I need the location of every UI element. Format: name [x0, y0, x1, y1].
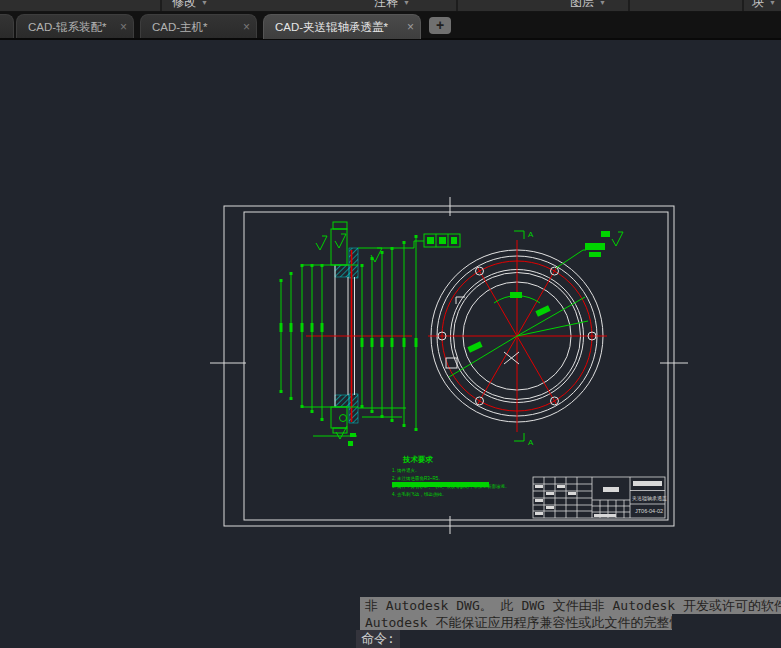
- svg-text:1. 铸件退火。: 1. 铸件退火。: [392, 467, 420, 473]
- ribbon-separator: [628, 0, 630, 11]
- center-spoke: [478, 268, 518, 336]
- dimension-arrow: [321, 264, 324, 267]
- dimension-arrow: [311, 264, 314, 267]
- ribbon-separator: [456, 0, 458, 11]
- chevron-down-icon: ▼: [403, 0, 410, 6]
- command-history-line: Autodesk 不能保证应用程序兼容性或此文件的完整性。: [360, 614, 672, 630]
- ribbon-panel-modify[interactable]: 修改▼: [172, 0, 208, 11]
- front-view: A A: [428, 230, 610, 447]
- chevron-down-icon: ▼: [769, 0, 776, 6]
- file-tab-bar: CAD-辊系装配* × CAD-主机* × CAD-夹送辊轴承透盖* × +: [0, 12, 781, 39]
- dimension-arrow: [371, 410, 374, 413]
- ribbon-panel-layers[interactable]: 图层▼: [570, 0, 606, 11]
- tech-req-title: 技术要求: [402, 455, 434, 464]
- section-label-bottom: A: [528, 438, 534, 447]
- section-view: [280, 222, 624, 446]
- new-tab-button[interactable]: +: [429, 17, 451, 34]
- svg-text:4. 去毛刺飞边，锐边倒钝。: 4. 去毛刺飞边，锐边倒钝。: [392, 491, 447, 498]
- command-history-line: 非 Autodesk DWG。 此 DWG 文件由非 Autodesk 开发或许…: [360, 597, 781, 614]
- gdt-frame: [424, 234, 460, 247]
- bolt-hole-section: [340, 415, 347, 422]
- section-label-top: A: [528, 230, 534, 239]
- dimension-arrow: [381, 251, 384, 254]
- dimension-arrow: [391, 419, 394, 422]
- center-spoke: [517, 268, 557, 336]
- dimension-text-blob: [361, 338, 364, 347]
- tab-cad-bearing-cover[interactable]: CAD-夹送辊轴承透盖* ×: [263, 14, 421, 39]
- dimension-text-blob: [280, 323, 283, 332]
- dimension-arrow: [403, 241, 406, 244]
- surface-finish-icon: [335, 234, 346, 248]
- dimension-text-blob: [311, 323, 314, 332]
- chevron-down-icon: ▼: [201, 0, 208, 6]
- dimension-arrow: [301, 264, 304, 267]
- surface-finish-icon: [316, 232, 623, 262]
- close-icon[interactable]: ×: [243, 20, 250, 34]
- dimension-arrow: [290, 272, 293, 275]
- dimension-text-blob: [403, 338, 406, 347]
- dimension-arrow: [280, 279, 283, 282]
- ribbon-panel-block[interactable]: 块▼: [752, 0, 776, 11]
- dimension-arrow: [280, 390, 283, 393]
- cad-drawing-canvas[interactable]: A A 技术要求 1. 铸件退火。 2. 未注铸造圆角R3~R5。 3. 铸件不…: [0, 0, 781, 648]
- dimension-arrow: [321, 418, 324, 421]
- dimension-text-blob: [381, 338, 384, 347]
- close-icon[interactable]: ×: [120, 20, 127, 34]
- title-block-part-name: 夹送辊轴承透盖: [632, 495, 667, 502]
- ribbon-separator: [160, 0, 162, 11]
- ribbon-separator: [742, 0, 744, 11]
- surface-finish-icon: [316, 236, 327, 250]
- dimension-arrow: [415, 428, 418, 431]
- dimension-arrow: [290, 397, 293, 400]
- surface-finish-icon: [612, 232, 623, 246]
- chevron-down-icon: ▼: [599, 0, 606, 6]
- dimension-text-blob: [290, 323, 293, 332]
- center-spoke: [478, 336, 518, 404]
- dimension-arrow: [391, 247, 394, 250]
- dimension-arrow: [403, 424, 406, 427]
- application-window: A A 技术要求 1. 铸件退火。 2. 未注铸造圆角R3~R5。 3. 铸件不…: [0, 0, 781, 648]
- dimension-arrow: [301, 405, 304, 408]
- ribbon-strip: 修改▼ 注释▼ 图层▼ 块▼: [0, 0, 781, 12]
- dimension-arrow: [381, 415, 384, 418]
- ribbon-panel-annotate[interactable]: 注释▼: [374, 0, 410, 11]
- dimension-text-blob: [415, 338, 418, 347]
- close-icon[interactable]: ×: [407, 20, 414, 34]
- dimension-text-blob: [371, 338, 374, 347]
- svg-text:2. 未注铸造圆角R3~R5。: 2. 未注铸造圆角R3~R5。: [392, 476, 443, 482]
- dimension-text-blob: [391, 338, 394, 347]
- tech-requirements: 技术要求 1. 铸件退火。 2. 未注铸造圆角R3~R5。 3. 铸件不得有砂眼…: [392, 455, 510, 498]
- dimension-arrow: [361, 405, 364, 408]
- dimension-arrow: [361, 264, 364, 267]
- tab-cad-gunxi[interactable]: CAD-辊系装配* ×: [16, 14, 134, 39]
- title-block: 夹送辊轴承透盖 JT06-04-02: [533, 477, 667, 518]
- dimension-text-blob: [321, 323, 324, 332]
- dimension-text-blob: [301, 323, 304, 332]
- tab-partial[interactable]: [0, 14, 14, 39]
- center-spoke: [517, 336, 557, 404]
- dimension-arrow: [415, 235, 418, 238]
- command-prompt-input[interactable]: 命令:: [356, 630, 400, 648]
- dimension-arrow: [311, 410, 314, 413]
- tab-cad-zhuji[interactable]: CAD-主机* ×: [140, 14, 257, 39]
- title-block-drawing-no: JT06-04-02: [635, 508, 663, 514]
